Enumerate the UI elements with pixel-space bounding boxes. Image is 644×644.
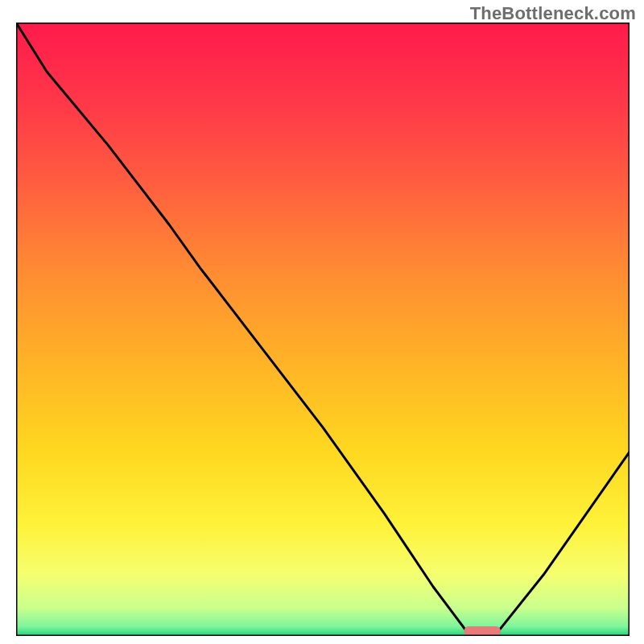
gradient-background (16, 23, 630, 636)
chart-container: TheBottleneck.com (0, 0, 644, 644)
plot-area (16, 23, 630, 636)
watermark-text: TheBottleneck.com (470, 3, 636, 24)
chart-svg (16, 23, 630, 636)
optimum-marker (464, 626, 501, 636)
